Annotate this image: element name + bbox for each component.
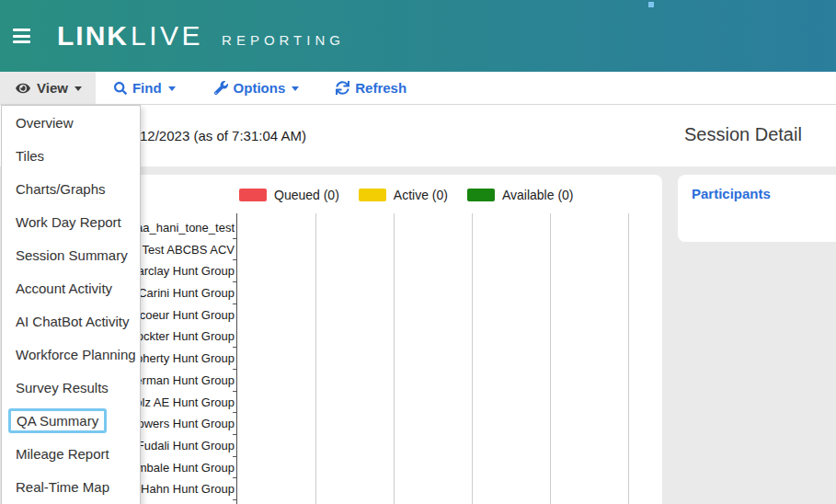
gridline — [394, 213, 395, 504]
view-menu-item-workforce-planning[interactable]: Workforce Planning — [2, 338, 140, 371]
view-menu-item-label: Real-Time Map — [16, 479, 109, 495]
view-menu-item-label: Account Activity — [16, 281, 112, 296]
toolbar: View Find Options Refresh — [0, 72, 836, 105]
legend-swatch — [239, 189, 267, 201]
view-menu-item-label: QA Summary — [8, 408, 107, 433]
view-menu-item-ai-chatbot-activity[interactable]: AI ChatBot Activity — [2, 304, 140, 338]
legend-item-available-0-: Available (0) — [467, 188, 574, 202]
view-menu-item-label: Mileage Report — [16, 446, 109, 462]
chevron-down-icon — [74, 86, 82, 91]
find-button[interactable]: Find — [112, 72, 178, 104]
logo-text-suffix: REPORTING — [222, 32, 345, 48]
legend-item-active-0-: Active (0) — [359, 188, 448, 202]
session-detail-title: Session Detail — [684, 124, 802, 145]
report-period-heading: 12/2023 (as of 7:31:04 AM) — [140, 128, 306, 143]
view-menu-item-account-activity[interactable]: Account Activity — [2, 271, 140, 304]
participants-panel: Participants — [678, 175, 836, 242]
chart-legend: Queued (0)Active (0)Available (0) — [239, 188, 574, 202]
app-logo: LINKLIVE REPORTING — [57, 0, 345, 72]
view-menu-item-label: Workforce Planning — [16, 347, 136, 362]
wrench-icon — [214, 81, 228, 95]
legend-swatch — [467, 189, 495, 201]
view-button[interactable]: View — [0, 72, 96, 104]
chevron-down-icon — [168, 86, 176, 91]
view-menu-item-overview[interactable]: Overview — [2, 106, 140, 139]
refresh-button[interactable]: Refresh — [334, 72, 408, 104]
view-menu-item-label: Tiles — [16, 148, 44, 164]
view-menu-item-label: Overview — [16, 115, 74, 131]
legend-label: Available (0) — [502, 188, 574, 202]
eye-icon — [15, 82, 31, 95]
search-icon — [114, 82, 127, 95]
hamburger-bar — [13, 29, 30, 31]
gridline — [550, 213, 551, 504]
legend-label: Active (0) — [394, 188, 448, 202]
view-dropdown-menu: OverviewTilesCharts/GraphsWork Day Repor… — [1, 105, 141, 504]
view-menu-item-real-time-map[interactable]: Real-Time Map — [2, 470, 140, 503]
hamburger-bar — [13, 35, 30, 38]
gridline — [628, 213, 629, 504]
find-button-label: Find — [132, 80, 162, 96]
options-button-label: Options — [234, 80, 286, 96]
view-button-label: View — [37, 80, 68, 96]
chevron-down-icon — [292, 86, 299, 91]
logo-text-bold: LINK — [57, 20, 129, 52]
refresh-button-label: Refresh — [355, 80, 407, 96]
header-artifact-square — [648, 2, 654, 7]
legend-label: Queued (0) — [274, 188, 339, 202]
logo-text-light: LIVE — [131, 20, 203, 52]
view-menu-item-tiles[interactable]: Tiles — [2, 139, 140, 172]
app-header: LINKLIVE REPORTING — [0, 0, 836, 72]
view-menu-item-label: Survey Results — [16, 380, 109, 395]
legend-item-queued-0-: Queued (0) — [239, 188, 339, 202]
gridline — [315, 213, 316, 504]
participants-panel-title: Participants — [692, 186, 771, 201]
refresh-icon — [336, 81, 349, 95]
view-menu-item-mileage-report[interactable]: Mileage Report — [2, 437, 140, 470]
hamburger-menu-icon[interactable] — [13, 29, 30, 43]
options-button[interactable]: Options — [212, 72, 302, 104]
view-menu-item-label: Session Summary — [16, 247, 128, 263]
view-menu-item-session-summary[interactable]: Session Summary — [2, 238, 140, 271]
legend-swatch — [359, 189, 386, 201]
view-menu-item-label: Charts/Graphs — [16, 181, 106, 197]
view-menu-item-label: AI ChatBot Activity — [16, 314, 129, 329]
view-menu-item-qa-summary[interactable]: QA Summary — [2, 404, 140, 437]
chart-plot-area — [236, 213, 628, 504]
view-menu-item-survey-results[interactable]: Survey Results — [2, 371, 140, 404]
view-menu-item-charts-graphs[interactable]: Charts/Graphs — [2, 172, 140, 205]
hamburger-bar — [13, 40, 30, 43]
view-menu-item-label: Work Day Report — [16, 214, 121, 230]
gridline — [472, 213, 473, 504]
view-menu-item-work-day-report[interactable]: Work Day Report — [2, 205, 140, 238]
